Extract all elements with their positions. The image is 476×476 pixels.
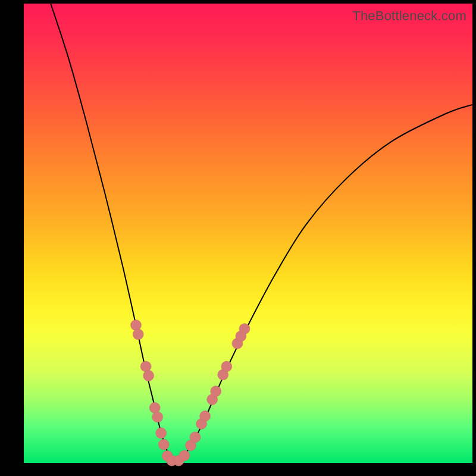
curve-svg [24, 4, 472, 463]
highlight-bead [152, 412, 163, 422]
chart-frame: TheBottleneck.com [0, 0, 476, 476]
highlight-bead [211, 386, 221, 397]
highlight-bead [190, 432, 201, 443]
highlight-bead [149, 402, 160, 413]
highlight-beads-group [131, 320, 250, 466]
bottleneck-curve [51, 4, 472, 462]
highlight-bead [200, 411, 211, 421]
highlight-bead [143, 370, 154, 381]
plot-area: TheBottleneck.com [24, 4, 472, 463]
highlight-bead [156, 428, 167, 439]
highlight-bead [131, 320, 142, 330]
highlight-bead [140, 361, 151, 372]
highlight-bead [179, 450, 190, 461]
highlight-bead [239, 324, 250, 334]
highlight-bead [158, 439, 169, 450]
highlight-bead [221, 361, 232, 372]
highlight-bead [133, 329, 143, 340]
